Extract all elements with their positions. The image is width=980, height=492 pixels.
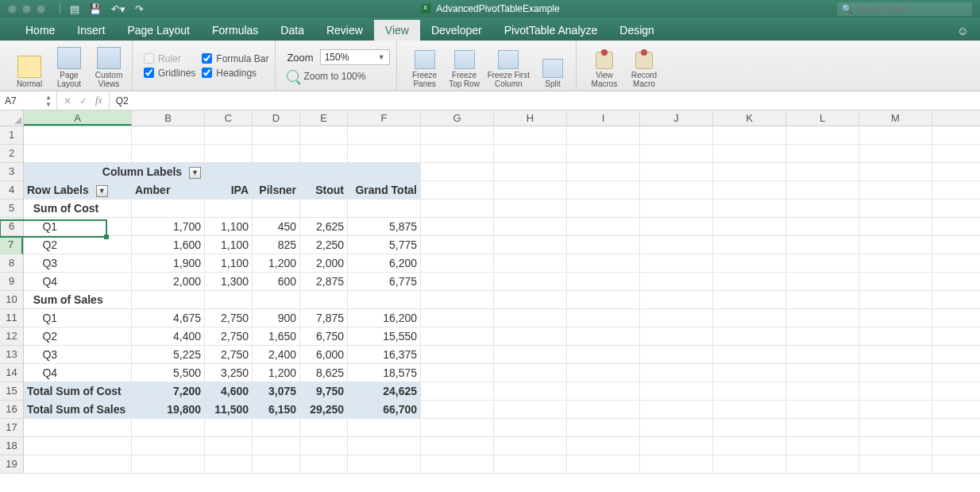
cell-F2[interactable] [348, 145, 421, 162]
cell-I4[interactable] [567, 181, 640, 199]
cell-L8[interactable] [786, 254, 859, 272]
cell-B6[interactable]: 1,700 [132, 218, 205, 235]
cell-D10[interactable] [253, 291, 300, 308]
save-as-icon[interactable]: ▤ [70, 3, 79, 15]
cell-D17[interactable] [253, 419, 300, 436]
cell-I14[interactable] [567, 364, 640, 382]
cell-G13[interactable] [421, 346, 494, 363]
cell-K2[interactable] [713, 145, 786, 162]
tab-formulas[interactable]: Formulas [201, 20, 269, 41]
row-header-11[interactable]: 11 [0, 309, 23, 327]
cell-M4[interactable] [859, 181, 932, 199]
cell-J10[interactable] [640, 291, 713, 308]
cell-H16[interactable] [494, 401, 567, 418]
cell-I9[interactable] [567, 273, 640, 290]
cancel-icon[interactable]: ✕ [64, 95, 71, 107]
cell-M17[interactable] [859, 419, 932, 436]
cell-F8[interactable]: 6,200 [348, 254, 421, 272]
cell-C5[interactable] [205, 200, 253, 217]
cell-H11[interactable] [494, 309, 567, 327]
cell-F18[interactable] [348, 437, 421, 455]
cell-I11[interactable] [567, 309, 640, 327]
cell-M19[interactable] [859, 455, 932, 473]
cell-A2[interactable] [24, 145, 132, 162]
row-header-5[interactable]: 5 [0, 200, 23, 218]
cell-H15[interactable] [494, 382, 567, 400]
cell-E7[interactable]: 2,250 [300, 236, 348, 254]
cell-H10[interactable] [494, 291, 567, 308]
cell-H12[interactable] [494, 327, 567, 345]
freeze-first-column-button[interactable]: Freeze First Column [488, 44, 530, 88]
column-header-F[interactable]: F [348, 110, 421, 126]
cell-G12[interactable] [421, 327, 494, 345]
cell-F11[interactable]: 16,200 [348, 309, 421, 327]
cell-E11[interactable]: 7,875 [300, 309, 348, 327]
enter-icon[interactable]: ✓ [79, 95, 87, 107]
cell-B16[interactable]: 19,800 [132, 401, 205, 418]
cell-K18[interactable] [713, 437, 786, 455]
row-header-18[interactable]: 18 [0, 437, 23, 455]
cell-M10[interactable] [859, 291, 932, 308]
cell-L10[interactable] [786, 291, 859, 308]
column-header-J[interactable]: J [640, 110, 713, 126]
cell-K6[interactable] [713, 218, 786, 235]
cell-G6[interactable] [421, 218, 494, 235]
cell-C8[interactable]: 1,100 [205, 254, 253, 272]
cell-M18[interactable] [859, 437, 932, 455]
cell-D6[interactable]: 450 [253, 218, 300, 235]
cell-G18[interactable] [421, 437, 494, 455]
cell-E17[interactable] [300, 419, 348, 436]
chevron-down-icon[interactable]: ▲▼ [45, 94, 52, 108]
cell-J18[interactable] [640, 437, 713, 455]
cell-H3[interactable] [494, 163, 567, 180]
row-header-15[interactable]: 15 [0, 382, 23, 401]
cell-C10[interactable] [205, 291, 253, 308]
cell-A19[interactable] [24, 455, 132, 473]
row-labels-filter[interactable]: ▼ [96, 185, 108, 197]
ruler-checkbox[interactable]: Ruler [144, 53, 195, 64]
cell-L5[interactable] [786, 200, 859, 217]
cell-G2[interactable] [421, 145, 494, 162]
row-header-19[interactable]: 19 [0, 455, 23, 474]
cell-E12[interactable]: 6,750 [300, 327, 348, 345]
cell-C14[interactable]: 3,250 [205, 364, 253, 382]
cell-A6[interactable]: Q1 [24, 218, 132, 235]
formula-input[interactable]: Q2 [110, 95, 980, 107]
save-icon[interactable]: 💾 [89, 3, 102, 15]
column-header-C[interactable]: C [205, 110, 253, 126]
cells[interactable]: Column Labels ▼Row Labels ▼AmberIPAPilsn… [24, 126, 980, 492]
row-header-2[interactable]: 2 [0, 145, 23, 163]
cell-B13[interactable]: 5,225 [132, 346, 205, 363]
cell-I16[interactable] [567, 401, 640, 418]
cell-K10[interactable] [713, 291, 786, 308]
cell-M7[interactable] [859, 236, 932, 254]
fx-icon[interactable]: fx [95, 95, 102, 107]
cell-F15[interactable]: 24,625 [348, 382, 421, 400]
cell-J14[interactable] [640, 364, 713, 382]
cell-I3[interactable] [567, 163, 640, 180]
cell-C12[interactable]: 2,750 [205, 327, 253, 345]
cell-J5[interactable] [640, 200, 713, 217]
column-header-B[interactable]: B [132, 110, 205, 126]
cell-F13[interactable]: 16,375 [348, 346, 421, 363]
cell-B19[interactable] [132, 455, 205, 473]
cell-D18[interactable] [253, 437, 300, 455]
cell-J4[interactable] [640, 181, 713, 199]
cell-C3[interactable] [205, 163, 253, 180]
cell-F14[interactable]: 18,575 [348, 364, 421, 382]
cell-E8[interactable]: 2,000 [300, 254, 348, 272]
cell-M14[interactable] [859, 364, 932, 382]
close-icon[interactable] [8, 5, 17, 14]
column-header-K[interactable]: K [713, 110, 786, 126]
cell-D19[interactable] [253, 455, 300, 473]
cell-L7[interactable] [786, 236, 859, 254]
minimize-icon[interactable] [22, 5, 31, 14]
cell-E15[interactable]: 9,750 [300, 382, 348, 400]
cell-M6[interactable] [859, 218, 932, 235]
cell-B11[interactable]: 4,675 [132, 309, 205, 327]
cell-I6[interactable] [567, 218, 640, 235]
cell-K15[interactable] [713, 382, 786, 400]
cell-G16[interactable] [421, 401, 494, 418]
row-header-14[interactable]: 14 [0, 364, 23, 382]
cell-H9[interactable] [494, 273, 567, 290]
